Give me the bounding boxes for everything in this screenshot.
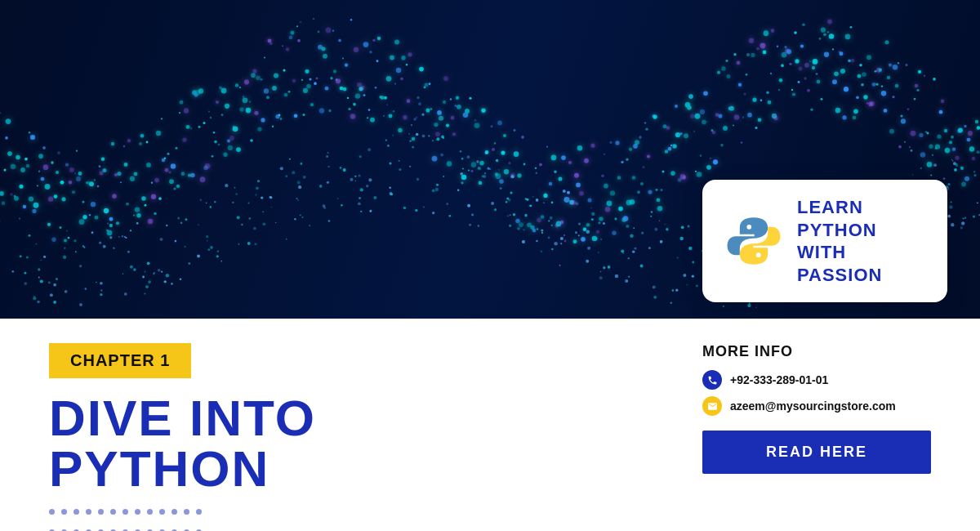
dot — [74, 509, 79, 515]
right-content: MORE INFO +92-333-289-01-01 azeem@mysour… — [702, 343, 931, 515]
dot — [172, 509, 177, 515]
dot — [49, 509, 55, 515]
brand-card: LEARN PYTHON WITH PASSION — [702, 180, 947, 302]
decorative-dots — [49, 509, 670, 515]
read-here-button[interactable]: READ HERE — [702, 431, 931, 474]
dot — [135, 509, 140, 515]
dot — [110, 509, 116, 515]
hero-section: LEARN PYTHON WITH PASSION — [0, 0, 980, 319]
main-title: DIVE INTO PYTHON — [49, 393, 670, 494]
svg-point-1 — [756, 252, 761, 257]
dot — [86, 509, 91, 515]
svg-point-0 — [746, 225, 751, 230]
email-icon — [702, 396, 722, 416]
chapter-badge: CHAPTER 1 — [49, 343, 191, 378]
brand-text: LEARN PYTHON WITH PASSION — [797, 196, 882, 286]
more-info-label: MORE INFO — [702, 343, 931, 360]
dot — [147, 509, 153, 515]
phone-icon — [702, 370, 722, 390]
phone-row: +92-333-289-01-01 — [702, 370, 931, 390]
content-section: CHAPTER 1 DIVE INTO PYTHON — [0, 319, 980, 531]
dot — [159, 509, 165, 515]
email-row: azeem@mysourcingstore.com — [702, 396, 931, 416]
dot — [196, 509, 202, 515]
python-logo-icon — [725, 212, 782, 270]
phone-text: +92-333-289-01-01 — [730, 373, 828, 386]
title-line2: PYTHON — [49, 444, 670, 494]
dot — [98, 509, 104, 515]
dot — [122, 509, 128, 515]
left-content: CHAPTER 1 DIVE INTO PYTHON — [49, 343, 670, 515]
dot — [184, 509, 189, 515]
title-line1: DIVE INTO — [49, 393, 670, 444]
dot — [61, 509, 67, 515]
email-text: azeem@mysourcingstore.com — [730, 399, 896, 413]
